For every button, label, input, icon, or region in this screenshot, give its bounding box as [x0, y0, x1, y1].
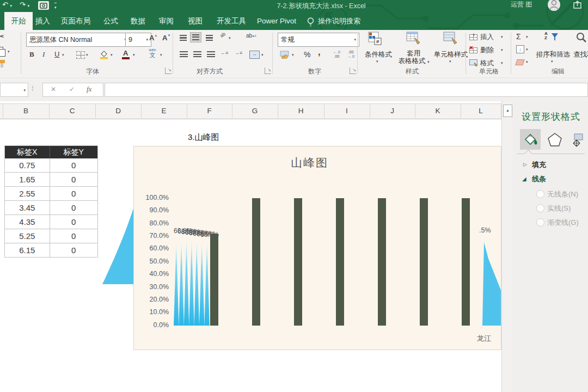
- column-header[interactable]: L: [461, 104, 501, 118]
- bar[interactable]: [294, 198, 302, 326]
- bold-button[interactable]: B: [29, 50, 34, 59]
- copy-icon[interactable]: [0, 47, 3, 54]
- column-header[interactable]: G: [232, 104, 278, 118]
- align-left-icon[interactable]: [180, 51, 188, 57]
- effects-tab-pentagon-icon[interactable]: [547, 132, 562, 147]
- collapsed-arrow-icon[interactable]: ▷: [523, 162, 527, 167]
- size-properties-tab-icon[interactable]: [569, 132, 584, 147]
- increase-indent-icon[interactable]: →≡: [235, 50, 242, 56]
- borders-caret[interactable]: ▾: [86, 53, 88, 57]
- undo-button[interactable]: ↶ ▾: [2, 0, 12, 11]
- increase-decimal-button[interactable]: ←.0.00: [333, 50, 340, 59]
- fill-line-tab[interactable]: [520, 129, 541, 150]
- conditional-formatting-button[interactable]: 条件格式: [359, 50, 397, 59]
- column-header[interactable]: E: [141, 104, 187, 118]
- insert-function-icon[interactable]: fx: [87, 85, 91, 94]
- wrap-text-icon[interactable]: ab↩: [246, 33, 256, 39]
- name-box-caret[interactable]: ▾: [23, 88, 26, 93]
- scroll-up-icon[interactable]: ▲: [503, 105, 512, 117]
- bar[interactable]: [462, 198, 470, 326]
- italic-button[interactable]: I: [42, 50, 45, 59]
- phonetic-guide-icon[interactable]: wén 文: [147, 48, 158, 58]
- no-line-radio[interactable]: [536, 190, 544, 198]
- autosum-button[interactable]: Σ: [516, 32, 521, 41]
- copy-caret[interactable]: ▾: [8, 50, 10, 54]
- cut-icon[interactable]: ✂: [0, 32, 5, 41]
- mountain-shape[interactable]: [101, 207, 134, 285]
- chart-title[interactable]: 山峰图: [134, 155, 485, 170]
- column-header[interactable]: C: [49, 104, 96, 118]
- orientation-icon[interactable]: ab: [219, 31, 226, 39]
- merge-caret[interactable]: ▾: [261, 53, 264, 57]
- column-header[interactable]: J: [370, 104, 415, 118]
- merge-center-icon[interactable]: ↔: [249, 51, 260, 59]
- number-dialog-launcher[interactable]: ↘: [350, 68, 356, 74]
- tab-insert[interactable]: 插入: [35, 12, 50, 30]
- eraser-icon[interactable]: [515, 59, 525, 65]
- decrease-decimal-button[interactable]: .00→.0: [347, 50, 354, 59]
- font-size-combo[interactable]: 9▾: [125, 33, 151, 47]
- share-icon[interactable]: [573, 1, 581, 11]
- table-row[interactable]: 2.550: [5, 187, 97, 201]
- format-painter-icon[interactable]: [0, 59, 8, 69]
- fill-section-header[interactable]: 填充: [532, 160, 546, 170]
- shrink-font-button[interactable]: A▼: [162, 34, 170, 42]
- cancel-icon[interactable]: ✕: [51, 85, 56, 93]
- name-box[interactable]: ▾: [0, 83, 28, 97]
- align-bottom-icon[interactable]: [206, 35, 213, 41]
- bar[interactable]: [210, 234, 218, 326]
- align-center-icon[interactable]: [193, 51, 201, 57]
- bar[interactable]: [420, 198, 428, 326]
- font-dialog-launcher[interactable]: ↘: [165, 68, 171, 74]
- table-row[interactable]: 1.650: [5, 173, 97, 187]
- insert-cells-button[interactable]: 插入: [480, 33, 494, 42]
- line-section-header[interactable]: 线条: [532, 174, 546, 184]
- borders-icon[interactable]: [76, 51, 85, 59]
- fill-color-caret[interactable]: ▾: [111, 53, 113, 57]
- sort-filter-button[interactable]: 排序和筛选: [532, 50, 574, 59]
- table-row[interactable]: 4.350: [5, 215, 97, 229]
- grow-font-button[interactable]: A▲: [149, 34, 157, 42]
- column-header[interactable]: I: [324, 104, 370, 118]
- account-name[interactable]: 运营 图: [511, 0, 532, 9]
- tab-view[interactable]: 视图: [188, 12, 203, 30]
- chart[interactable]: 山峰图 100.0% 90.0% 80.0% 70.0% 60.0% 50.0%…: [133, 146, 501, 350]
- fill-color-icon[interactable]: [99, 50, 109, 59]
- confirm-icon[interactable]: ✓: [69, 85, 75, 93]
- formula-bar-splitter[interactable]: ⁞: [32, 84, 34, 93]
- alignment-dialog-launcher[interactable]: ↘: [265, 68, 271, 74]
- phonetic-caret[interactable]: ▾: [160, 53, 162, 57]
- fill-down-icon[interactable]: ↓: [516, 45, 524, 53]
- delete-cells-button[interactable]: 删除: [480, 46, 494, 55]
- solid-line-label[interactable]: 实线(S): [547, 204, 571, 213]
- table-row[interactable]: 5.250: [5, 229, 97, 243]
- redo-button[interactable]: ↷ ▾: [20, 0, 29, 11]
- tab-power-pivot[interactable]: Power Pivot: [257, 12, 296, 30]
- percent-style-button[interactable]: %: [304, 50, 310, 59]
- bar[interactable]: [252, 198, 260, 326]
- tell-me-search[interactable]: 操作说明搜索: [318, 12, 360, 30]
- decrease-indent-icon[interactable]: ←≡: [220, 50, 228, 56]
- tab-review[interactable]: 审阅: [159, 12, 174, 30]
- tab-page-layout[interactable]: 页面布局: [61, 12, 90, 30]
- comma-style-button[interactable]: ,: [318, 47, 320, 57]
- tab-formulas[interactable]: 公式: [103, 12, 118, 30]
- column-header[interactable]: F: [187, 104, 232, 118]
- column-header[interactable]: H: [278, 104, 324, 118]
- camera-button[interactable]: [38, 1, 49, 10]
- solid-line-radio[interactable]: [536, 204, 544, 212]
- bar[interactable]: [336, 198, 344, 326]
- mountain-shape-right[interactable]: [481, 239, 501, 326]
- align-top-icon[interactable]: [180, 35, 187, 41]
- spike-series[interactable]: [174, 198, 212, 326]
- tab-data[interactable]: 数据: [131, 12, 145, 30]
- table-row[interactable]: 6.150: [5, 243, 97, 257]
- table-row[interactable]: 3.450: [5, 201, 97, 215]
- gradient-line-radio[interactable]: [536, 218, 544, 226]
- bar[interactable]: [378, 198, 386, 326]
- underline-caret[interactable]: ▾: [62, 53, 64, 57]
- formula-input[interactable]: [105, 83, 588, 97]
- font-name-combo[interactable]: 思源黑体 CN Normal▾: [26, 33, 130, 47]
- find-select-button[interactable]: 查找和: [573, 50, 588, 59]
- font-color-icon[interactable]: A: [123, 49, 128, 57]
